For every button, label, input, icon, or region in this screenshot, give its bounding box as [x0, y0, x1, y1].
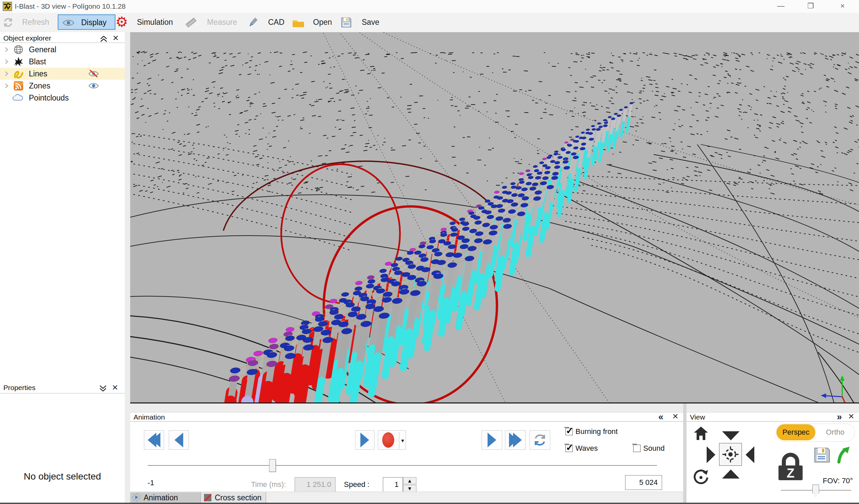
- home-view-icon[interactable]: [693, 425, 709, 441]
- properties-empty-message: No object selected: [0, 471, 125, 482]
- step-back-button[interactable]: [169, 430, 189, 450]
- play-button[interactable]: [355, 430, 375, 450]
- time-label: Time (ms):: [251, 480, 286, 489]
- tree-item-general[interactable]: General: [0, 44, 125, 56]
- save-button[interactable]: Save: [362, 18, 379, 27]
- save-icon: [341, 17, 352, 28]
- close-button[interactable]: ×: [832, 0, 853, 12]
- eye-icon: [62, 19, 75, 27]
- pan-left-icon[interactable]: [745, 446, 754, 463]
- svg-text:Z: Z: [786, 466, 794, 480]
- tree-item-blast[interactable]: Blast: [0, 56, 125, 68]
- close-panel-icon[interactable]: ×: [673, 412, 678, 421]
- pan-right-icon[interactable]: [707, 446, 715, 463]
- refresh-button[interactable]: Refresh: [22, 18, 49, 27]
- collapse-panel-icon[interactable]: [99, 35, 108, 43]
- expander-icon[interactable]: [4, 71, 9, 76]
- panel-splitter[interactable]: [683, 404, 687, 504]
- ortho-button[interactable]: Ortho: [816, 424, 854, 440]
- center-view-button[interactable]: [719, 443, 742, 466]
- view-panel: View » × Perspec Ortho: [687, 412, 859, 492]
- sidebar-splitter[interactable]: [125, 32, 130, 504]
- speed-input[interactable]: 1: [383, 477, 403, 492]
- close-panel-icon[interactable]: ×: [113, 33, 119, 42]
- step-forward-button[interactable]: [482, 430, 502, 450]
- simulation-button[interactable]: Simulation: [137, 18, 173, 27]
- fov-label: FOV: 70°: [823, 476, 853, 485]
- object-explorer-panel: Object explorer × General Blast: [0, 32, 125, 504]
- animation-panel: Animation « × ▼ ✓ Burning front: [130, 412, 683, 492]
- spinner-up-icon[interactable]: ▲: [403, 477, 417, 484]
- tree-item-zones[interactable]: Zones: [0, 80, 125, 92]
- viewport-3d[interactable]: [130, 32, 859, 404]
- tab-cross-section[interactable]: Cross section: [201, 492, 266, 503]
- restore-button[interactable]: ❐: [800, 0, 822, 12]
- animation-panel-title: Animation: [134, 413, 165, 421]
- speed-spinner[interactable]: ▲ ▼: [403, 477, 417, 492]
- main-toolbar: Refresh Display ⚙ Simulation Measure CAD: [0, 13, 859, 32]
- visibility-off-icon[interactable]: [88, 70, 99, 78]
- collapse-left-icon[interactable]: «: [658, 412, 663, 421]
- bottom-tab-bar: Animation Cross section: [130, 492, 683, 503]
- properties-title: Properties: [3, 384, 35, 392]
- cloud-icon: [12, 93, 24, 103]
- open-button[interactable]: Open: [313, 18, 332, 27]
- burning-front-checkbox[interactable]: ✓ Burning front: [566, 428, 618, 436]
- folder-icon: [292, 18, 305, 28]
- rewind-button[interactable]: [144, 430, 164, 450]
- tab-animation[interactable]: Animation: [130, 492, 201, 503]
- window-title: I-Blast - 3D view - Polígono 10.1.28: [15, 2, 125, 11]
- object-explorer-title: Object explorer: [3, 34, 51, 42]
- globe-icon: [13, 45, 24, 54]
- zones-icon: [13, 81, 24, 91]
- animation-tab-icon: [132, 493, 140, 501]
- minimize-button[interactable]: —: [770, 0, 792, 12]
- pencil-icon: [247, 16, 259, 29]
- pan-down-icon[interactable]: [722, 431, 740, 440]
- app-icon: [3, 2, 12, 11]
- timeline-track[interactable]: [148, 465, 657, 466]
- loop-button[interactable]: [529, 430, 550, 450]
- tree-item-pointclouds[interactable]: Pointclouds: [0, 92, 125, 104]
- speed-label: Speed :: [344, 480, 370, 489]
- fast-forward-button[interactable]: [505, 430, 526, 450]
- range-start-label: -1: [148, 478, 154, 487]
- expander-icon[interactable]: [4, 59, 9, 64]
- measure-button[interactable]: Measure: [207, 18, 237, 27]
- expander-icon[interactable]: [4, 83, 9, 89]
- frame-count-input[interactable]: 5 024: [625, 475, 662, 490]
- properties-header: Properties ×: [0, 383, 125, 392]
- cross-section-tab-icon: [204, 494, 211, 501]
- ruler-icon: [185, 17, 197, 28]
- expander-icon[interactable]: [4, 47, 9, 52]
- perspective-button[interactable]: Perspec: [777, 424, 815, 440]
- pan-up-icon[interactable]: [722, 470, 740, 478]
- tree-item-lines[interactable]: Lines: [0, 68, 125, 80]
- timeline-thumb[interactable]: [269, 459, 276, 472]
- lines-icon: [13, 69, 24, 79]
- record-button[interactable]: ▼: [378, 430, 406, 450]
- record-dropdown-icon[interactable]: ▼: [400, 438, 405, 443]
- expand-panel-icon[interactable]: [99, 384, 107, 392]
- waves-checkbox[interactable]: ✓ Waves: [566, 445, 598, 453]
- cad-button[interactable]: CAD: [268, 18, 285, 27]
- save-view-icon[interactable]: [813, 447, 831, 463]
- time-input: 1 251.0: [295, 477, 335, 492]
- fov-slider-thumb[interactable]: [812, 485, 819, 497]
- rotate-view-icon[interactable]: [692, 468, 709, 486]
- title-bar: I-Blast - 3D view - Polígono 10.1.28 — ❐…: [0, 0, 859, 13]
- display-label: Display: [81, 18, 106, 27]
- sound-checkbox[interactable]: Sound: [633, 445, 665, 453]
- gear-icon: ⚙: [116, 13, 128, 31]
- target-icon: [722, 446, 739, 463]
- close-panel-icon[interactable]: ×: [112, 383, 118, 392]
- display-button[interactable]: Display: [58, 14, 116, 30]
- z-lock-icon[interactable]: Z: [777, 449, 805, 481]
- loop-icon: [533, 433, 547, 447]
- close-panel-icon[interactable]: ×: [848, 412, 854, 421]
- expand-right-icon[interactable]: »: [837, 412, 842, 421]
- up-vector-icon[interactable]: [835, 446, 852, 463]
- spinner-down-icon[interactable]: ▼: [403, 485, 417, 492]
- visibility-on-icon[interactable]: [88, 82, 99, 90]
- blast-icon: [13, 57, 24, 67]
